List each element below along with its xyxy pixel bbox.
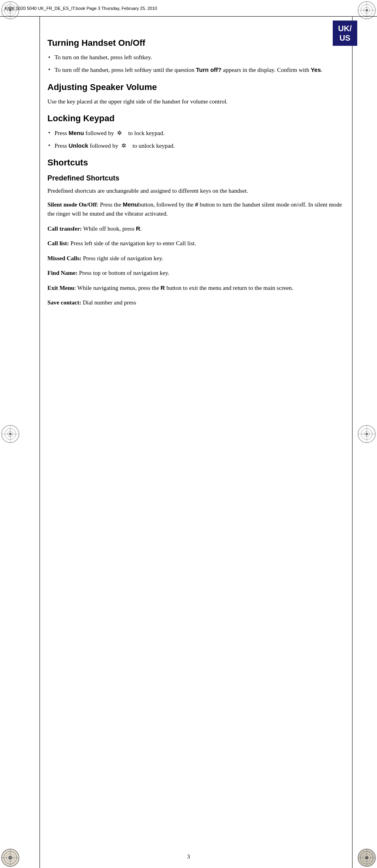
call-list-entry: Call list: Press left side of the naviga… (47, 239, 345, 248)
adjusting-volume-title: Adjusting Speaker Volume (47, 82, 345, 92)
corner-decoration-ml (1, 425, 20, 443)
corner-decoration-mr (357, 425, 376, 443)
page-header: KIRK 5020 5040 UK_FR_DE_ES_IT.book Page … (0, 0, 377, 17)
left-border-line (40, 17, 40, 868)
corner-decoration-br (357, 848, 376, 867)
turning-handset-item-2: To turn off the handset, press left soft… (47, 65, 345, 75)
page-number: 3 (187, 853, 190, 860)
predefined-shortcuts-intro: Predefined shortcuts are unchangeable an… (47, 186, 345, 195)
turning-handset-title: Turning Handset On/Off (47, 38, 345, 48)
save-contact-entry: Save contact: Dial number and press (47, 298, 345, 307)
turning-handset-list: To turn on the handset, press left softk… (47, 53, 345, 75)
turning-handset-item-1: To turn on the handset, press left softk… (47, 53, 345, 62)
predefined-shortcuts-subtitle: Predefined Shortcuts (47, 174, 345, 182)
locking-keypad-unlock-item: Press Unlock followed by ✲ to unlock key… (47, 141, 345, 150)
adjusting-volume-text: Use the key placed at the upper right si… (47, 97, 345, 106)
find-name-entry: Find Name: Press top or bottom of naviga… (47, 269, 345, 278)
main-content: Turning Handset On/Off To turn on the ha… (47, 19, 345, 337)
header-text: KIRK 5020 5040 UK_FR_DE_ES_IT.book Page … (5, 6, 157, 11)
shortcuts-title: Shortcuts (47, 158, 345, 168)
exit-menu-entry: Exit Menu: While navigating menus, press… (47, 283, 345, 293)
right-border-line (352, 17, 352, 868)
silent-mode-entry: Silent mode On/Off: Press the Menubutton… (47, 200, 345, 219)
locking-keypad-title: Locking Keypad (47, 113, 345, 124)
locking-keypad-list: Press Menu followed by ✲ to lock keypad.… (47, 128, 345, 151)
call-transfer-entry: Call transfer: While off hook, press R. (47, 224, 345, 233)
locking-keypad-lock-item: Press Menu followed by ✲ to lock keypad. (47, 128, 345, 138)
page-frame: KIRK 5020 5040 UK_FR_DE_ES_IT.book Page … (0, 0, 377, 868)
corner-decoration-bl (1, 848, 20, 867)
missed-calls-entry: Missed Calls: Press right side of naviga… (47, 254, 345, 263)
